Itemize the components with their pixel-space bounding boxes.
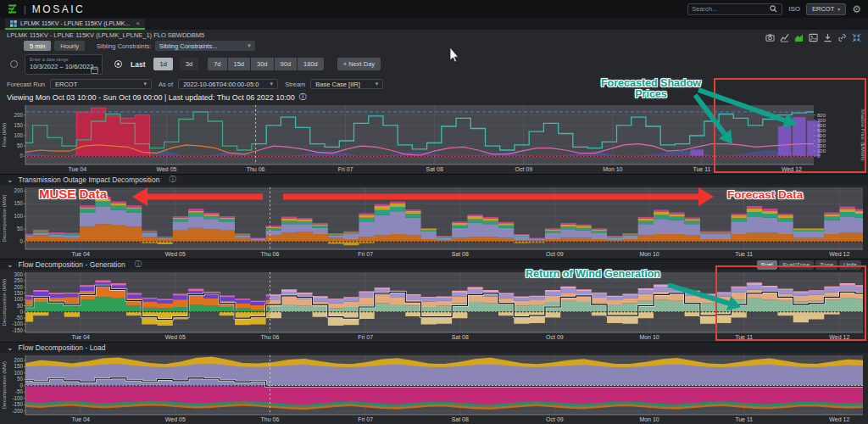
collapse-icon[interactable] (852, 31, 861, 40)
transmission-outage-decomposition-chart[interactable]: 050100150200Tue 04Wed 05Thu 06Fri 07Sat … (0, 185, 868, 259)
calendar-icon[interactable] (91, 62, 98, 77)
tab-close-icon[interactable]: × (136, 20, 140, 27)
chevron-down-icon: ▾ (837, 6, 840, 12)
svg-text:300: 300 (14, 271, 23, 277)
range-3d-button[interactable]: 3d (180, 58, 198, 70)
line-chart-icon[interactable] (780, 31, 789, 40)
generation-chart-panel: -150-100-50050100150200250300Tue 04Wed 0… (0, 270, 868, 342)
gen-view-fuel-button[interactable]: Fuel (757, 260, 777, 270)
flow-shadow-price-chart[interactable]: 050100150200Tue 04Wed 05Thu 06Fri 07Sat … (0, 103, 868, 174)
svg-text:150: 150 (14, 200, 23, 206)
app-title: MOSAIC (32, 3, 85, 15)
range-7d-button[interactable]: 7d (208, 58, 226, 70)
viewing-summary-row: Viewing Mon Oct 03 10:00 - Sun Oct 09 00… (0, 92, 868, 103)
svg-text:Wed 12: Wed 12 (782, 166, 802, 172)
section-header-load[interactable]: ⌄ Flow Decomposition - Load (0, 342, 868, 353)
svg-text:Wed 12: Wed 12 (829, 334, 849, 340)
range-180d-button[interactable]: 180d (298, 58, 324, 70)
svg-text:Tue 04: Tue 04 (71, 416, 90, 422)
svg-text:100: 100 (14, 370, 23, 376)
info-icon[interactable]: ⓘ (135, 259, 142, 270)
svg-text:Fri 07: Fri 07 (358, 251, 373, 257)
svg-text:Thu 06: Thu 06 (247, 166, 265, 172)
svg-text:Thu 06: Thu 06 (261, 251, 280, 257)
svg-text:Sat 08: Sat 08 (452, 251, 469, 257)
section-title-load: Flow Decomposition - Load (19, 343, 106, 352)
svg-text:Tue 04: Tue 04 (71, 334, 90, 340)
sibling-constraints-value: Sibling Constraints... (159, 42, 218, 50)
chevron-down-icon[interactable]: ⌄ (7, 176, 14, 184)
last-period-radio[interactable] (114, 60, 122, 68)
svg-text:Mon 10: Mon 10 (639, 416, 659, 422)
svg-text:Wed 12: Wed 12 (829, 416, 849, 422)
svg-text:Flow (MW): Flow (MW) (2, 123, 7, 148)
next-day-button[interactable]: + Next Day (337, 58, 381, 70)
svg-text:Fri 07: Fri 07 (358, 334, 373, 340)
flow-chart-panel: 050100150200Tue 04Wed 05Thu 06Fri 07Sat … (0, 103, 868, 174)
section-header-outage[interactable]: ⌄ Transmission Outage Impact Decompositi… (0, 174, 868, 185)
sibling-constraints-label: Sibling Constraints: (97, 42, 152, 50)
as-of-select[interactable]: 2022-10-06T04:00:00-05:0 ▾ (178, 79, 278, 89)
svg-text:200: 200 (14, 357, 23, 363)
tab-label: LPLMK 115KV - LPLNE 115KV (LPLMK... (20, 20, 130, 26)
info-icon[interactable]: ⓘ (169, 175, 176, 185)
camera-icon[interactable] (765, 31, 775, 40)
iso-select[interactable]: ERCOT ▾ (806, 3, 846, 15)
svg-text:Decomposition (MW): Decomposition (MW) (2, 278, 7, 326)
svg-text:Tue 04: Tue 04 (71, 251, 90, 257)
svg-text:400: 400 (817, 133, 826, 138)
range-1d-button[interactable]: 1d (153, 58, 172, 70)
stream-select[interactable]: Base Case [IIR] ▾ (310, 79, 383, 89)
svg-text:-150: -150 (12, 401, 23, 407)
svg-text:Decomposition (MW): Decomposition (MW) (2, 361, 7, 409)
svg-text:Fri 07: Fri 07 (338, 166, 353, 172)
search-input[interactable] (692, 5, 770, 13)
search-icon[interactable] (770, 5, 777, 13)
flow-decomposition-generation-chart[interactable]: -150-100-50050100150200250300Tue 04Wed 0… (0, 270, 868, 342)
svg-text:-100: -100 (12, 321, 23, 326)
chevron-down-icon[interactable]: ⌄ (7, 260, 14, 269)
svg-text:0: 0 (19, 238, 23, 244)
svg-text:100: 100 (14, 213, 23, 219)
svg-text:Sat 08: Sat 08 (452, 334, 469, 340)
svg-text:Tue 04: Tue 04 (69, 166, 87, 172)
svg-text:Mon 10: Mon 10 (603, 166, 622, 172)
tab-constraint[interactable]: LPLMK 115KV - LPLNE 115KV (LPLMK... × (5, 19, 145, 30)
link-icon[interactable] (837, 31, 847, 40)
flow-decomposition-load-chart[interactable]: -200-150-100-50050100150200Tue 04Wed 05T… (0, 353, 868, 424)
area-chart-icon[interactable] (794, 31, 804, 40)
granularity-hourly-button[interactable]: Hourly (54, 41, 85, 51)
info-icon[interactable]: ⓘ (299, 92, 307, 103)
image-export-icon[interactable] (809, 31, 818, 40)
forecast-run-controls: Forecast Run ERCOT ▾ As of 2022-10-06T04… (0, 76, 868, 92)
download-icon[interactable] (823, 31, 832, 40)
iso-value: ERCOT (812, 5, 834, 13)
svg-text:Decomposition (MW): Decomposition (MW) (2, 194, 7, 242)
forecast-run-select[interactable]: ERCOT ▾ (50, 79, 152, 89)
svg-text:300: 300 (817, 138, 826, 143)
svg-text:-200: -200 (12, 408, 23, 414)
gen-view-zone-button[interactable]: Zone (815, 260, 837, 270)
svg-text:Wed 05: Wed 05 (156, 166, 176, 172)
chevron-down-icon: ▾ (248, 42, 251, 49)
svg-text:150: 150 (14, 290, 23, 296)
range-90d-button[interactable]: 90d (275, 58, 298, 70)
date-range-input[interactable]: Enter a date range 10/3/2022 – 10/6/2022 (25, 54, 103, 75)
gear-icon[interactable]: ⚙ (852, 4, 861, 14)
mosaic-app: | MOSAIC ISO ERCOT ▾ ⚙ (0, 0, 868, 424)
chevron-down-icon[interactable]: ⌄ (7, 343, 14, 352)
as-of-label: As of (159, 81, 173, 88)
range-15d-button[interactable]: 15d (228, 58, 251, 70)
iso-label: ISO (788, 5, 800, 13)
section-header-generation[interactable]: ⌄ Flow Decomposition - Generation ⓘ Fuel… (0, 259, 868, 270)
logo-icon (7, 3, 18, 14)
search-box[interactable] (687, 3, 782, 15)
range-30d-button[interactable]: 30d (251, 58, 274, 70)
gen-view-fuelzone-button[interactable]: Fuel/Zone (779, 260, 815, 270)
date-range-radio[interactable] (10, 60, 18, 68)
svg-text:Tue 11: Tue 11 (693, 166, 710, 172)
sibling-constraints-select[interactable]: Sibling Constraints... ▾ (155, 41, 255, 51)
granularity-5min-button[interactable]: 5 min (24, 41, 51, 51)
gen-view-units-button[interactable]: Units (839, 260, 861, 270)
outage-chart-panel: 050100150200Tue 04Wed 05Thu 06Fri 07Sat … (0, 185, 868, 259)
